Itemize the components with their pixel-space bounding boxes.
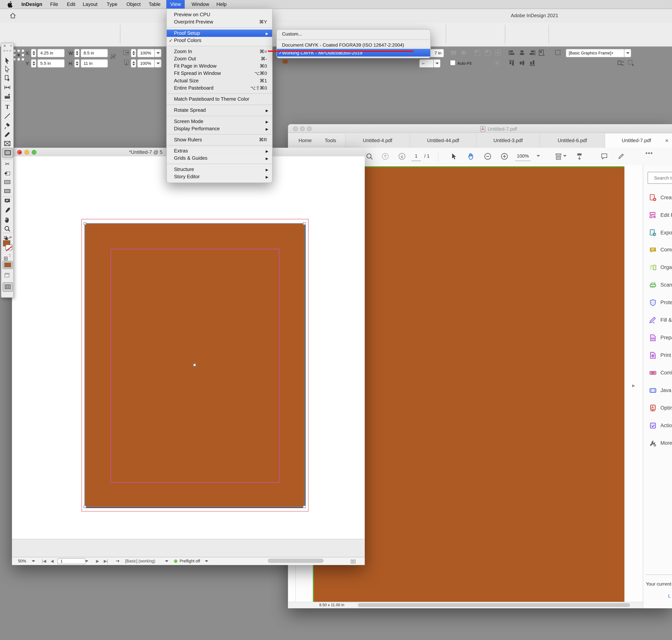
zoom-in-icon[interactable] bbox=[501, 152, 508, 160]
pencil-tool-icon[interactable] bbox=[4, 131, 11, 138]
tab-home[interactable]: Home bbox=[297, 134, 314, 148]
menu-item-structure[interactable]: Structure▶ bbox=[167, 166, 272, 173]
menu-window[interactable]: Window bbox=[191, 0, 209, 9]
formatting-container-icon[interactable] bbox=[4, 254, 8, 258]
horizontal-scrollbar[interactable] bbox=[358, 603, 630, 607]
next-page-button[interactable]: ▶ bbox=[96, 557, 99, 565]
menu-app-name[interactable]: InDesign bbox=[22, 0, 42, 9]
search-icon[interactable] bbox=[366, 152, 373, 160]
select-tool-icon[interactable] bbox=[450, 152, 458, 160]
center-content-icon[interactable] bbox=[495, 49, 501, 56]
panel-drag-dots[interactable] bbox=[3, 50, 11, 53]
menu-type[interactable]: Type bbox=[106, 0, 117, 9]
panel-tool-action-wizard[interactable]: Actio bbox=[643, 422, 672, 437]
shear-dropdown[interactable] bbox=[433, 59, 441, 68]
gradient-feather-tool-icon[interactable] bbox=[4, 188, 11, 194]
edit-original-icon[interactable] bbox=[628, 60, 634, 67]
page-number-field[interactable]: 1 bbox=[57, 558, 86, 564]
tab-untitled-7-active[interactable]: Untitled-7.pdf ✕ bbox=[605, 134, 672, 148]
menu-item-entire-pasteboard[interactable]: Entire Pasteboard⌥⇧⌘0 bbox=[167, 85, 272, 92]
zoom-dropdown-caret[interactable] bbox=[32, 560, 35, 562]
workspace-preset[interactable]: [Basic] (working) bbox=[125, 557, 155, 565]
content-collector-tool-icon[interactable] bbox=[4, 93, 11, 100]
page-dropdown-caret[interactable] bbox=[85, 560, 88, 562]
menu-item-match-pasteboard[interactable]: Match Pasteboard to Theme Color bbox=[167, 96, 272, 103]
selection-handle[interactable] bbox=[303, 506, 305, 508]
close-button[interactable] bbox=[293, 126, 298, 131]
object-style-dropdown[interactable] bbox=[624, 49, 631, 58]
tab-tools[interactable]: Tools bbox=[321, 134, 340, 148]
selection-tool-icon[interactable] bbox=[4, 57, 11, 64]
apply-color-button[interactable] bbox=[2, 261, 13, 269]
selection-handle[interactable] bbox=[84, 506, 86, 508]
horizontal-scrollbar[interactable] bbox=[268, 558, 324, 563]
menu-item-actual-size[interactable]: Actual Size⌘1 bbox=[167, 77, 272, 85]
tab-untitled-3[interactable]: Untitled-3.pdf bbox=[476, 134, 540, 148]
comment-icon[interactable] bbox=[600, 152, 608, 160]
menu-item-display-performance[interactable]: Display Performance▶ bbox=[167, 125, 272, 132]
scale-x-stepper[interactable] bbox=[131, 49, 136, 58]
tab-close-icon[interactable]: ✕ bbox=[665, 134, 669, 148]
object-style-field[interactable]: [Basic Graphics Frame]+ bbox=[566, 49, 627, 58]
frame-tool-icon[interactable] bbox=[4, 140, 11, 147]
panel-tool-fill-sign[interactable]: Fill & bbox=[643, 317, 672, 331]
zoom-level-field[interactable]: 100% bbox=[515, 151, 531, 161]
pencil-icon[interactable] bbox=[617, 152, 625, 160]
align-left-icon[interactable] bbox=[508, 49, 515, 56]
fit-width-icon[interactable] bbox=[555, 152, 562, 160]
menu-layout[interactable]: Layout bbox=[83, 0, 98, 9]
menu-item-screen-mode[interactable]: Screen Mode▶ bbox=[167, 118, 272, 125]
plan-link[interactable]: L bbox=[668, 593, 671, 598]
stroke-color-swatch[interactable] bbox=[5, 245, 12, 250]
panel-tool-export-pdf[interactable]: Expo bbox=[643, 229, 672, 244]
panel-tool-protect[interactable]: Prote bbox=[643, 299, 672, 314]
menu-item-rotate-spread[interactable]: Rotate Spread▶ bbox=[167, 106, 272, 114]
gradient-swatch-tool-icon[interactable] bbox=[4, 179, 11, 186]
menu-help[interactable]: Help bbox=[216, 0, 227, 9]
preflight-dropdown-caret[interactable] bbox=[205, 560, 208, 562]
panel-tool-more[interactable]: More bbox=[643, 440, 672, 454]
menu-item-story-editor[interactable]: Story Editor▶ bbox=[167, 173, 272, 180]
h-field[interactable]: 11 in bbox=[81, 59, 108, 68]
submenu-item-document-cmyk[interactable]: Document CMYK - Coated FOGRA39 (ISO 1264… bbox=[277, 42, 430, 49]
menu-item-overprint-preview[interactable]: Overprint Preview⌘Y bbox=[167, 18, 272, 26]
submenu-item-custom[interactable]: Custom... bbox=[277, 30, 430, 38]
panel-tool-prepare-form[interactable]: Prepa bbox=[643, 334, 672, 349]
search-tools-input[interactable] bbox=[647, 172, 672, 184]
panel-tool-optimize-pdf[interactable]: Optim bbox=[643, 405, 672, 419]
first-page-button[interactable]: |◀ bbox=[42, 557, 46, 565]
home-icon[interactable] bbox=[9, 12, 16, 19]
direct-selection-tool-icon[interactable] bbox=[4, 66, 11, 72]
panel-tool-create-pdf[interactable]: Creat bbox=[643, 194, 672, 209]
menu-item-fit-page[interactable]: Fit Page in Window⌘0 bbox=[167, 62, 272, 70]
align-middle-icon[interactable] bbox=[518, 60, 525, 67]
page-scrolling-icon[interactable] bbox=[575, 152, 583, 160]
panel-tool-scan-ocr[interactable]: Scan bbox=[643, 281, 672, 296]
tab-untitled-6[interactable]: Untitled-6.pdf bbox=[540, 134, 605, 148]
menu-item-zoom-out[interactable]: Zoom Out⌘- bbox=[167, 55, 272, 62]
scissors-tool-icon[interactable]: ✂ bbox=[4, 161, 11, 168]
selection-handle[interactable] bbox=[303, 222, 305, 225]
hand-tool-icon[interactable] bbox=[4, 216, 11, 223]
zoom-tool-icon[interactable] bbox=[4, 225, 11, 232]
constrain-link-icon[interactable] bbox=[110, 53, 117, 60]
x-field[interactable]: 4.25 in bbox=[37, 49, 65, 58]
hand-tool-icon[interactable] bbox=[467, 152, 475, 160]
page-tool-icon[interactable] bbox=[4, 74, 11, 82]
split-view-icon[interactable]: ▯▯ bbox=[351, 557, 356, 565]
menu-item-extras[interactable]: Extras▶ bbox=[167, 147, 272, 155]
tab-untitled-44[interactable]: Untitled-44.pdf bbox=[410, 134, 476, 148]
panel-tool-print-production[interactable]: Print bbox=[643, 352, 672, 366]
minimize-button[interactable] bbox=[300, 126, 305, 131]
zoom-dropdown-caret[interactable] bbox=[537, 155, 540, 157]
scale-y-field[interactable]: 100% bbox=[137, 59, 157, 68]
menu-item-fit-spread[interactable]: Fit Spread in Window⌥⌘0 bbox=[167, 70, 272, 77]
selection-handle[interactable] bbox=[84, 222, 86, 225]
previous-page-icon[interactable] bbox=[382, 152, 389, 160]
panel-tool-edit-pdf[interactable]: Edit P bbox=[643, 212, 672, 226]
pen-tool-icon[interactable] bbox=[4, 122, 11, 129]
close-button[interactable] bbox=[17, 150, 22, 155]
swap-fill-stroke-icon[interactable] bbox=[8, 234, 12, 238]
frame-fitting-options-icon[interactable] bbox=[494, 60, 501, 67]
screen-mode-button[interactable] bbox=[2, 282, 13, 292]
